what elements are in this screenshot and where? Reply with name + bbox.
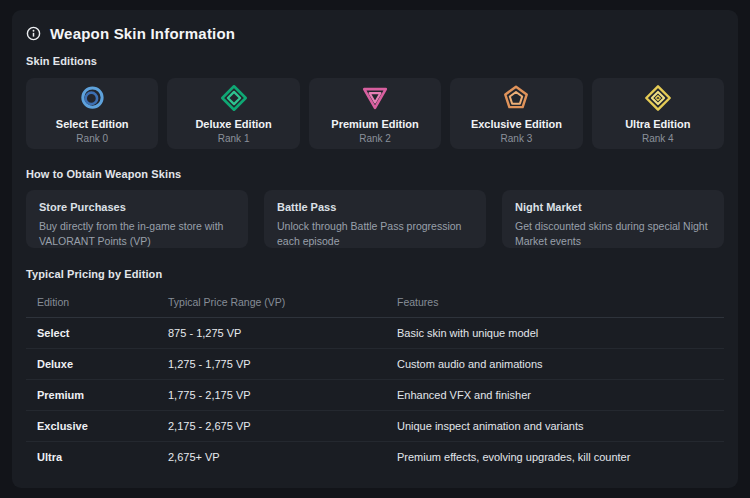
edition-rank: Rank 3 <box>501 133 533 144</box>
panel-header: Weapon Skin Information <box>26 23 724 43</box>
edition-rank: Rank 1 <box>218 133 250 144</box>
cell-edition: Premium <box>26 380 157 411</box>
edition-card-deluxe: Deluxe Edition Rank 1 <box>167 78 299 149</box>
cell-edition: Exclusive <box>26 411 157 442</box>
edition-name: Exclusive Edition <box>471 118 562 130</box>
cell-price: 1,775 - 2,175 VP <box>157 380 386 411</box>
edition-name: Select Edition <box>56 118 129 130</box>
premium-edition-icon <box>360 83 390 113</box>
edition-name: Premium Edition <box>331 118 418 130</box>
obtain-row: Store Purchases Buy directly from the in… <box>26 190 724 248</box>
column-header-edition: Edition <box>26 287 157 318</box>
cell-features: Basic skin with unique model <box>386 318 724 349</box>
obtain-card-description: Get discounted skins during special Nigh… <box>515 219 711 248</box>
obtain-card-title: Store Purchases <box>39 201 235 213</box>
table-row: Exclusive 2,175 - 2,675 VP Unique inspec… <box>26 411 724 442</box>
edition-name: Deluxe Edition <box>195 118 271 130</box>
deluxe-edition-icon <box>219 83 249 113</box>
obtain-heading: How to Obtain Weapon Skins <box>26 168 724 180</box>
obtain-card-title: Night Market <box>515 201 711 213</box>
exclusive-edition-icon <box>501 83 531 113</box>
table-row: Select 875 - 1,275 VP Basic skin with un… <box>26 318 724 349</box>
table-row: Premium 1,775 - 2,175 VP Enhanced VFX an… <box>26 380 724 411</box>
cell-edition: Select <box>26 318 157 349</box>
column-header-price: Typical Price Range (VP) <box>157 287 386 318</box>
select-edition-icon <box>77 83 107 113</box>
ultra-edition-icon <box>643 83 673 113</box>
obtain-card-store-purchases: Store Purchases Buy directly from the in… <box>26 190 248 248</box>
column-header-features: Features <box>386 287 724 318</box>
edition-rank: Rank 0 <box>76 133 108 144</box>
editions-row: Select Edition Rank 0 Deluxe Edition Ran… <box>26 78 724 149</box>
cell-features: Premium effects, evolving upgrades, kill… <box>386 442 724 473</box>
cell-features: Custom audio and animations <box>386 349 724 380</box>
cell-price: 2,675+ VP <box>157 442 386 473</box>
edition-card-premium: Premium Edition Rank 2 <box>309 78 441 149</box>
edition-card-exclusive: Exclusive Edition Rank 3 <box>450 78 582 149</box>
obtain-card-description: Buy directly from the in-game store with… <box>39 219 235 248</box>
pricing-heading: Typical Pricing by Edition <box>26 268 724 280</box>
table-row: Ultra 2,675+ VP Premium effects, evolvin… <box>26 442 724 473</box>
table-row: Deluxe 1,275 - 1,775 VP Custom audio and… <box>26 349 724 380</box>
page-title: Weapon Skin Information <box>50 25 235 42</box>
edition-name: Ultra Edition <box>625 118 690 130</box>
edition-rank: Rank 2 <box>359 133 391 144</box>
table-header-row: Edition Typical Price Range (VP) Feature… <box>26 287 724 318</box>
editions-heading: Skin Editions <box>26 55 724 67</box>
cell-price: 1,275 - 1,775 VP <box>157 349 386 380</box>
info-icon <box>26 26 41 41</box>
edition-rank: Rank 4 <box>642 133 674 144</box>
obtain-card-battle-pass: Battle Pass Unlock through Battle Pass p… <box>264 190 486 248</box>
obtain-card-night-market: Night Market Get discounted skins during… <box>502 190 724 248</box>
cell-features: Enhanced VFX and finisher <box>386 380 724 411</box>
cell-price: 875 - 1,275 VP <box>157 318 386 349</box>
cell-features: Unique inspect animation and variants <box>386 411 724 442</box>
cell-price: 2,175 - 2,675 VP <box>157 411 386 442</box>
cell-edition: Ultra <box>26 442 157 473</box>
obtain-card-title: Battle Pass <box>277 201 473 213</box>
edition-card-select: Select Edition Rank 0 <box>26 78 158 149</box>
edition-card-ultra: Ultra Edition Rank 4 <box>592 78 724 149</box>
cell-edition: Deluxe <box>26 349 157 380</box>
weapon-skin-info-panel: Weapon Skin Information Skin Editions Se… <box>12 10 738 488</box>
pricing-table: Edition Typical Price Range (VP) Feature… <box>26 287 724 472</box>
obtain-card-description: Unlock through Battle Pass progression e… <box>277 219 473 248</box>
